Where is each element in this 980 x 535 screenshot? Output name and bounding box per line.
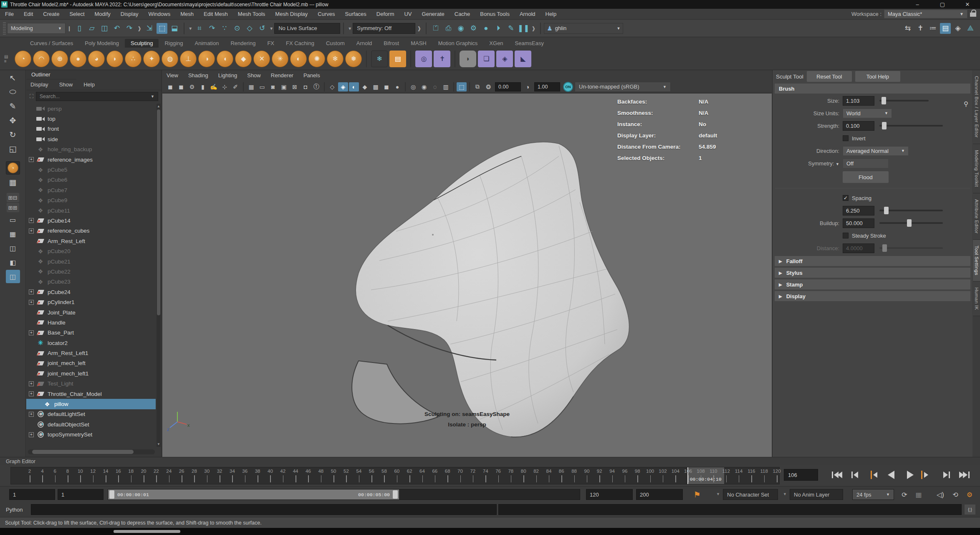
lock-icon[interactable] [970, 11, 977, 17]
outliner-item-pCube24[interactable]: +↗pCube24 [26, 287, 156, 297]
expand-icon[interactable]: + [29, 381, 34, 386]
viewport-menu-panels[interactable]: Panels [303, 72, 320, 79]
add-bookmark-button[interactable]: ⚑ [691, 489, 703, 500]
menu-curves[interactable]: Curves [313, 9, 340, 20]
select-tool-icon[interactable]: ↖ [6, 71, 20, 84]
expand-icon[interactable]: + [29, 289, 34, 294]
amplify-brush-icon[interactable]: ✺ [308, 51, 325, 67]
section-display[interactable]: ▶Display [775, 291, 970, 301]
expand-icon[interactable]: + [29, 300, 34, 305]
panel-stack-icons-2[interactable]: ⊞⊞ [7, 203, 19, 212]
outliner-item-pCube7[interactable]: ❖pCube7 [26, 185, 156, 195]
eraser-icon[interactable]: ◣ [515, 51, 531, 67]
outliner-item-Arm_Rest_Left1[interactable]: ↗Arm_Rest_Left1 [26, 348, 156, 358]
shelf-tab-seamseasy[interactable]: SeamsEasy [509, 39, 550, 48]
speaker-icon[interactable]: ◁) [934, 489, 947, 500]
outliner-item-topoSymmetrySet[interactable]: +topoSymmetrySet [26, 430, 156, 440]
range-slider-track[interactable]: 00:00:00:01 00:00:05:00 [108, 489, 580, 500]
setting-slider[interactable] [879, 125, 943, 127]
camera-attributes-icon[interactable]: ⚙ [187, 82, 197, 91]
sculpt-tool-current-icon[interactable]: ◔ [6, 161, 20, 175]
gate-mask-icon[interactable]: ▣ [279, 82, 289, 91]
expand-icon[interactable]: + [29, 157, 34, 162]
menu-cache[interactable]: Cache [450, 9, 475, 20]
playback-sync-icon[interactable]: ⟲ [949, 489, 962, 500]
drop-icon[interactable]: ◈ [496, 51, 513, 67]
persp-outliner-layout-icon[interactable]: ◫ [6, 241, 20, 255]
shelf-tab-fx[interactable]: FX [261, 39, 280, 48]
checker-tool-icon[interactable]: ▦ [6, 175, 20, 189]
character-controls-icon[interactable]: ✝ [915, 23, 926, 34]
outliner-item-pillow[interactable]: ❖pillow [26, 399, 156, 409]
minimize-button[interactable]: – [905, 0, 930, 9]
collapse-arrow-icon[interactable]: ❙ [67, 25, 71, 31]
brush-section-header[interactable]: Brush [775, 84, 970, 94]
outliner-item-Joint_Plate[interactable]: ↗Joint_Plate [26, 307, 156, 317]
image-plane-icon[interactable]: ✍ [209, 82, 219, 91]
menuset-selector[interactable]: Modeling▼ [7, 23, 66, 34]
knife-brush-icon[interactable]: ✕ [253, 51, 270, 67]
paint-effects-icon[interactable]: ✎ [505, 23, 516, 34]
menu-uv[interactable]: UV [399, 9, 417, 20]
fps-dropdown[interactable]: 24 fps▼ [852, 489, 894, 500]
right-tab-attribute-editor[interactable]: Attribute Editor [973, 193, 980, 240]
flood-button[interactable]: Flood [843, 171, 889, 183]
shelf-tab-mash[interactable]: MASH [405, 39, 432, 48]
shelf-tab-xgen[interactable]: XGen [483, 39, 509, 48]
viewport-menu-view[interactable]: View [167, 72, 178, 79]
menu-create[interactable]: Create [38, 9, 64, 20]
time-slider-track[interactable]: 2468101214161820222426283032343638404244… [10, 467, 780, 484]
collapse-arrow-icon[interactable]: ❱ [417, 25, 421, 31]
on-toggle[interactable]: ON [563, 82, 573, 92]
textured-icon[interactable]: ◐ [349, 82, 359, 91]
outliner-item-Arm_Rest_Left[interactable]: ↗Arm_Rest_Left [26, 236, 156, 246]
render-view-icon[interactable]: ⏍ [430, 23, 441, 34]
shelf-tab-motion-graphics[interactable]: Motion Graphics [432, 39, 484, 48]
pause-icon[interactable]: ❚❚ [518, 23, 529, 34]
menu-help[interactable]: Help [541, 9, 562, 20]
bulge-brush-icon[interactable]: ◐ [290, 51, 307, 67]
mute-clips-icon[interactable]: ▦ [912, 489, 925, 500]
menu-file[interactable]: File [0, 9, 19, 20]
imprint-brush-icon[interactable]: ⊥ [180, 51, 197, 67]
safe-action-icon[interactable]: ◘ [301, 82, 311, 91]
range-start-handle[interactable] [109, 490, 114, 499]
layered-icon[interactable]: ❏ [478, 51, 495, 67]
xray-icon[interactable]: ▥ [441, 82, 451, 91]
menu-mesh-tools[interactable]: Mesh Tools [233, 9, 270, 20]
outliner-item-pCube6[interactable]: ❖pCube6 [26, 175, 156, 185]
buildup-field[interactable]: 50.000 [843, 218, 874, 228]
shelf-menu-buttons[interactable]: ▤≡ [4, 54, 8, 63]
range-end-handle[interactable] [393, 490, 398, 499]
outliner-vertical-scrollbar[interactable]: ▲▼ [157, 104, 161, 447]
lighting-icon[interactable]: ◼ [381, 82, 391, 91]
collapse-arrow-icon[interactable]: ❱ [531, 25, 535, 31]
outliner-menu-show[interactable]: Show [59, 81, 73, 88]
select-component-icon[interactable]: ⬓ [169, 23, 180, 34]
viewport-menu-show[interactable]: Show [247, 72, 261, 79]
steady-stroke-checkbox[interactable] [843, 233, 849, 238]
viewport-menu-shading[interactable]: Shading [188, 72, 208, 79]
outliner-item-Throttle_Chair_Model[interactable]: +↗Throttle_Chair_Model [26, 389, 156, 399]
snap-curve-icon[interactable]: ↷ [207, 23, 217, 34]
graph-editor-bar[interactable]: Graph Editor [0, 457, 980, 465]
menu-mesh-display[interactable]: Mesh Display [270, 9, 313, 20]
anti-alias-icon[interactable]: ◌ [430, 82, 440, 91]
viewport-menu-lighting[interactable]: Lighting [218, 72, 237, 79]
channel-box-icon[interactable]: ▤ [940, 23, 951, 34]
undo-icon[interactable]: ↶ [111, 23, 122, 34]
outliner-item-pCube14[interactable]: +↗pCube14 [26, 216, 156, 226]
go-to-start-button[interactable] [827, 468, 846, 482]
collapse-arrow-icon[interactable]: ▾ [270, 25, 273, 31]
safe-title-icon[interactable]: Ⓣ [311, 82, 321, 91]
render-frame-icon[interactable]: ⎙ [443, 23, 454, 34]
outliner-item-pCylinder1[interactable]: +↗pCylinder1 [26, 297, 156, 307]
scrape-brush-icon[interactable]: ◖ [217, 51, 233, 67]
menu-select[interactable]: Select [64, 9, 89, 20]
animation-start-field[interactable]: 1 [9, 489, 55, 500]
repeat-brush-icon[interactable]: ◍ [162, 51, 178, 67]
freeze-selection-icon[interactable]: ❄ [371, 51, 388, 67]
section-falloff[interactable]: ▶Falloff [775, 256, 970, 266]
scale-tool-icon[interactable]: ◱ [6, 142, 20, 155]
render-sequence-icon[interactable]: ⏵ [493, 23, 504, 34]
